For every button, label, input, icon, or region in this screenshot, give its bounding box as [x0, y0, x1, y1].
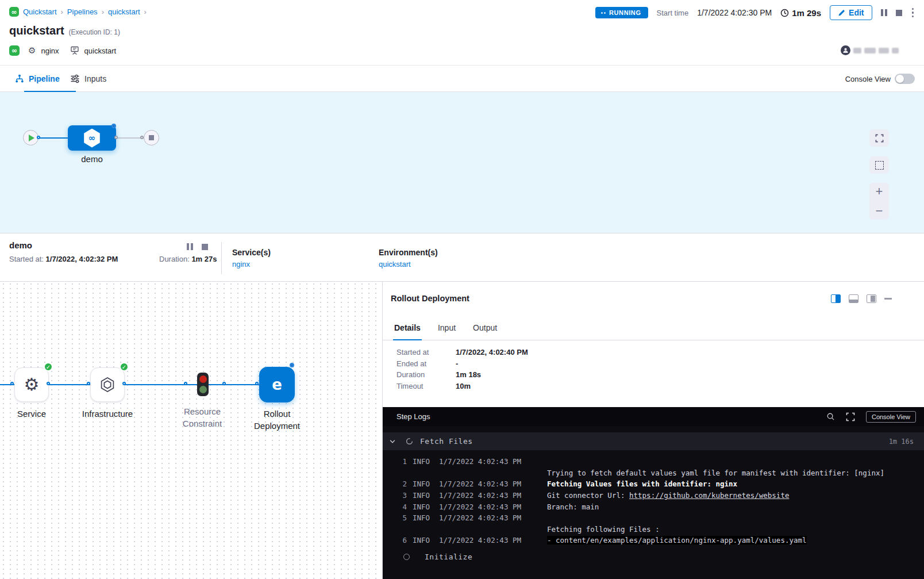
panel-layout-switcher	[831, 294, 892, 303]
search-icon[interactable]	[826, 412, 835, 421]
tab-input[interactable]: Input	[437, 323, 457, 340]
step-node-rollout-deployment[interactable]: e	[259, 367, 295, 402]
pause-execution-button[interactable]	[881, 9, 887, 16]
detail-row: Started at1/7/2022, 4:02:40 PM	[396, 348, 528, 356]
chevron-right-icon: ›	[144, 7, 147, 16]
title-row: quickstart (Execution ID: 1)	[9, 24, 120, 37]
stage-label: demo	[68, 154, 116, 164]
step-node-resource-constraint[interactable]	[197, 373, 209, 396]
panel-title: Rollout Deployment	[391, 294, 469, 303]
canvas-zoom-controls: + −	[869, 183, 889, 220]
redacted-text	[853, 48, 861, 53]
log-line: 4INFO1/7/2022 4:02:43 PMBranch: main	[383, 501, 924, 512]
step-running-badge	[290, 363, 294, 367]
marquee-select-icon	[875, 161, 884, 170]
log-line: 2INFO1/7/2022 4:02:43 PMFetching Values …	[383, 478, 924, 490]
console-view-toggle[interactable]	[895, 74, 915, 84]
more-options-button[interactable]	[911, 7, 915, 19]
service-gear-icon: ⚙	[24, 376, 40, 393]
cd-stage-icon: ∞	[83, 129, 101, 148]
breadcrumb-quickstart[interactable]: Quickstart	[23, 7, 57, 16]
log-section-title: Fetch Files	[420, 437, 473, 446]
git-url-link[interactable]: https://github.com/kubernetes/website	[629, 491, 789, 500]
connector-dot	[255, 382, 259, 385]
service-tag[interactable]: nginx	[41, 47, 59, 55]
stage-pause-button[interactable]	[187, 243, 193, 250]
logs-console-view-button[interactable]: Console View	[866, 411, 916, 423]
pencil-icon	[838, 9, 845, 17]
log-section-title: Initialize	[425, 553, 472, 561]
log-lines: 1INFO1/7/2022 4:02:43 PM Trying to fetch…	[383, 456, 924, 546]
app-root: ∞ Quickstart › Pipelines › quickstart › …	[0, 0, 924, 579]
environments-label: Environment(s)	[379, 248, 438, 257]
page-header: ∞ Quickstart › Pipelines › quickstart › …	[0, 0, 924, 65]
step-node-service[interactable]: ⚙	[14, 367, 49, 402]
detail-row: Ended at-	[396, 360, 528, 368]
canvas-select-button[interactable]	[869, 156, 889, 174]
chevron-right-icon: ›	[102, 7, 104, 16]
layout-docked-button[interactable]	[867, 294, 876, 303]
stage-name: demo	[9, 240, 32, 250]
pipeline-start-node[interactable]	[23, 130, 38, 145]
step-label-service: Service	[3, 408, 60, 420]
step-logs-header: Step Logs Console View	[383, 407, 924, 426]
connector-dot	[87, 382, 90, 385]
breadcrumb-pipeline-name[interactable]: quickstart	[108, 7, 140, 16]
chevron-down-icon	[389, 438, 396, 445]
harness-cd-icon: ∞	[9, 7, 19, 17]
pipeline-canvas[interactable]: ∞ demo + −	[0, 92, 924, 233]
play-icon	[29, 135, 34, 141]
canvas-fullscreen-button[interactable]	[869, 129, 889, 147]
spinner-icon	[406, 438, 413, 445]
user-avatar	[841, 45, 850, 55]
stage-info-bar: demo Started at: 1/7/2022, 4:02:32 PM Du…	[0, 233, 924, 282]
tab-output[interactable]: Output	[472, 323, 498, 340]
green-light-icon	[199, 386, 207, 393]
connector-dot	[222, 382, 226, 385]
redacted-text	[864, 48, 876, 53]
zoom-in-button[interactable]: +	[876, 182, 883, 201]
layout-bottom-split-button[interactable]	[849, 294, 858, 303]
minimize-panel-button[interactable]	[884, 298, 892, 300]
step-node-infrastructure[interactable]	[90, 367, 125, 402]
start-time-label: Start time	[657, 9, 689, 17]
layout-right-split-button[interactable]	[831, 294, 841, 303]
person-icon	[842, 47, 849, 53]
stage-node-demo[interactable]: ∞	[68, 125, 116, 151]
edit-button[interactable]: Edit	[830, 5, 872, 20]
environment-tag[interactable]: quickstart	[84, 47, 117, 55]
user-row	[841, 45, 899, 55]
step-label-resource-constraint: Resource Constraint	[168, 405, 237, 430]
step-logs-console: Step Logs Console View Fetch Files 1m 16…	[383, 407, 924, 579]
connector-dot	[184, 382, 187, 385]
environment-link[interactable]: quickstart	[379, 260, 438, 269]
pipeline-end-node[interactable]	[144, 130, 159, 145]
log-line: Fetching following Files :	[383, 524, 924, 535]
stage-stop-button[interactable]	[202, 244, 208, 250]
execution-graph[interactable]: ⚙ ✓ ✓ e Service Infrastructure Resource …	[0, 282, 383, 579]
harness-cd-icon: ∞	[9, 45, 20, 56]
stage-duration: Duration: 1m 27s	[159, 255, 217, 263]
environment-icon	[70, 46, 79, 55]
log-line: Trying to fetch default values yaml file…	[383, 467, 924, 479]
fullscreen-icon	[875, 134, 884, 143]
detail-row: Timeout10m	[396, 382, 528, 390]
status-badge: RUNNING	[595, 7, 648, 18]
zoom-out-button[interactable]: −	[876, 201, 883, 221]
connector-dot	[47, 382, 50, 385]
success-check-badge: ✓	[120, 362, 129, 371]
tab-inputs[interactable]: Inputs	[70, 66, 106, 92]
expand-logs-icon[interactable]	[846, 412, 855, 421]
tab-pipeline[interactable]: Pipeline	[15, 66, 60, 92]
services-label: Service(s)	[232, 248, 271, 257]
log-section-initialize[interactable]: Initialize	[383, 548, 924, 566]
stage-started: Started at: 1/7/2022, 4:02:32 PM	[9, 255, 118, 263]
tab-details[interactable]: Details	[393, 323, 422, 340]
divider	[221, 242, 222, 274]
rollout-step-icon: e	[272, 376, 282, 393]
log-section-fetch-files[interactable]: Fetch Files 1m 16s	[383, 432, 924, 450]
breadcrumb-pipelines[interactable]: Pipelines	[67, 7, 98, 16]
service-link[interactable]: nginx	[232, 260, 271, 269]
connector-dot	[37, 136, 40, 139]
stop-execution-button[interactable]	[896, 10, 902, 16]
